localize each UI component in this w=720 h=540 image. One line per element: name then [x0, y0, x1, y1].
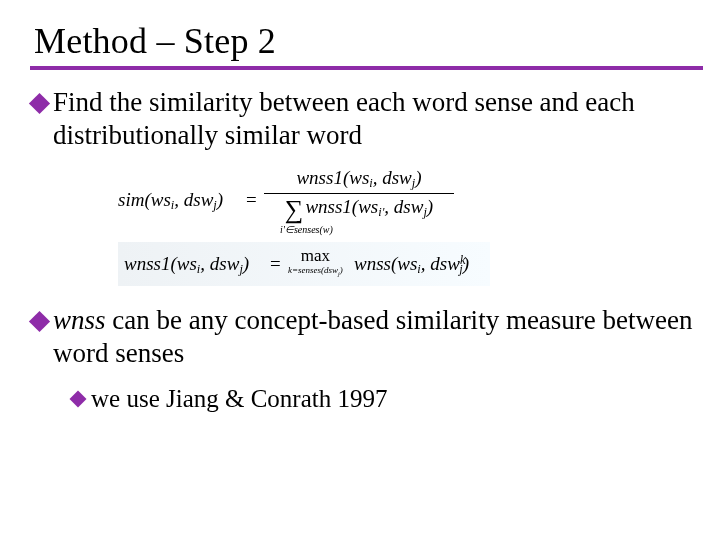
- diamond-icon: [70, 390, 87, 407]
- slide: Method – Step 2 Find the similarity betw…: [0, 0, 720, 540]
- equation-1: sim(wsi, dswj) = wnss1(wsi, dswj) ∑wnss1…: [118, 166, 458, 232]
- bullet-2-lead: wnss: [53, 305, 106, 335]
- eq1-fraction: wnss1(wsi, dswj) ∑wnss1(wsi', dswj) i'∈s…: [264, 166, 454, 226]
- eq1-denominator: ∑wnss1(wsi', dswj) i'∈senses(w): [264, 193, 454, 226]
- eq2-rhs: wnss(wsi, dswkj): [354, 252, 469, 277]
- bullet-2-sub: we use Jiang & Conrath 1997: [72, 384, 702, 415]
- bullet-2-sub-text: we use Jiang & Conrath 1997: [91, 384, 387, 415]
- eq1-sum-sub: i'∈senses(w): [280, 224, 333, 236]
- slide-title: Method – Step 2: [34, 20, 702, 62]
- title-underline: [30, 66, 703, 70]
- diamond-icon: [29, 93, 50, 114]
- equations: sim(wsi, dswj) = wnss1(wsi, dswj) ∑wnss1…: [118, 166, 702, 286]
- bullet-2-text: wnss can be any concept-based similarity…: [53, 304, 702, 370]
- eq1-lhs: sim(wsi, dswj): [118, 188, 223, 213]
- slide-body: Find the similarity between each word se…: [30, 86, 702, 414]
- bullet-1-text: Find the similarity between each word se…: [53, 86, 702, 152]
- bullet-2-rest: can be any concept-based similarity meas…: [53, 305, 693, 368]
- bullet-2: wnss can be any concept-based similarity…: [32, 304, 702, 370]
- equation-2: wnss1(wsi, dswj) = max k=senses(dswj) wn…: [118, 242, 490, 286]
- eq2-equals: =: [270, 252, 281, 275]
- eq2-max: max k=senses(dswj): [288, 246, 343, 278]
- diamond-icon: [29, 311, 50, 332]
- eq1-equals: =: [246, 188, 257, 211]
- eq2-max-sub: k=senses(dswj): [288, 265, 343, 278]
- bullet-1: Find the similarity between each word se…: [32, 86, 702, 152]
- eq1-numerator: wnss1(wsi, dswj): [264, 166, 454, 193]
- eq2-lhs: wnss1(wsi, dswj): [124, 252, 249, 277]
